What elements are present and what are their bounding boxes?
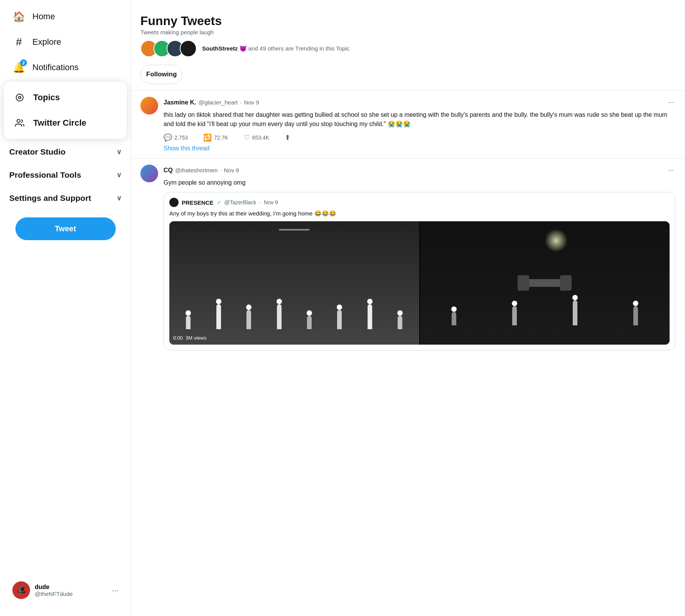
tweet-1-retweets: 72.7K	[214, 135, 228, 141]
retweet-icon: 🔁	[203, 133, 212, 142]
tweet-2-more[interactable]: ···	[666, 165, 675, 176]
tweet-2-name: CQ	[164, 167, 173, 174]
main-content: Funny Tweets Tweets making people laugh …	[131, 0, 685, 616]
quoted-tweet[interactable]: PRESENCE ✓ @TazerBlack · Nov 9 Any of my…	[164, 192, 675, 350]
heart-icon: ♡	[244, 133, 250, 142]
tweet-1-like[interactable]: ♡ 653.4K	[244, 133, 269, 142]
show-thread-link[interactable]: Show this thread	[164, 145, 209, 152]
following-button[interactable]: Following	[140, 65, 182, 84]
sidebar-item-twitter-circle[interactable]: Twitter Circle	[4, 110, 127, 136]
creator-studio-item[interactable]: Creator Studio ∨	[0, 140, 131, 163]
sidebar-item-home-label: Home	[32, 12, 55, 22]
light-effect	[545, 229, 568, 252]
tweet-1-avatar	[140, 97, 158, 114]
quoted-dot: ·	[259, 199, 261, 205]
sidebar-item-explore-label: Explore	[32, 37, 61, 47]
tweet-1-header: Jasmine K. @glacier_heart · Nov 9 ···	[164, 97, 675, 108]
professional-tools-label: Professional Tools	[9, 170, 81, 180]
tweet-1-retweet[interactable]: 🔁 72.7K	[203, 133, 228, 142]
sidebar-item-topics[interactable]: Topics	[4, 85, 127, 110]
tweet-2: CQ @ihateshortmen · Nov 9 ··· Gym people…	[131, 158, 685, 357]
tweet-2-header: CQ @ihateshortmen · Nov 9 ···	[164, 165, 675, 176]
tweet-1-actions: 💬 2,753 🔁 72.7K ♡ 653.4K ⬆	[164, 133, 675, 142]
svg-point-2	[17, 119, 20, 123]
tweet-1-dot: ·	[240, 99, 241, 106]
settings-support-item[interactable]: Settings and Support ∨	[0, 187, 131, 210]
reply-icon: 💬	[164, 133, 172, 142]
tweet-1-text: this lady on tiktok shared that her daug…	[164, 110, 675, 129]
video-right-panel	[420, 221, 670, 345]
tweet-1-date: Nov 9	[244, 99, 259, 106]
video-timestamp: 0:00	[173, 335, 183, 341]
video-left-panel: 0:00 3M views	[169, 221, 420, 345]
tweet-2-handle: @ihateshortmen	[175, 167, 218, 173]
tweet-2-text: Gym people so annoying omg	[164, 178, 675, 187]
twitter-circle-icon	[13, 116, 26, 130]
tweet-1-likes: 653.4K	[252, 135, 269, 141]
sidebar-item-explore[interactable]: # Explore	[3, 30, 128, 54]
quoted-name: PRESENCE	[182, 199, 214, 206]
twitter-circle-label: Twitter Circle	[33, 118, 86, 128]
professional-tools-chevron: ∨	[116, 171, 121, 179]
more-icon: ···	[112, 586, 118, 595]
video-views: 3M views	[186, 335, 206, 341]
user-profile[interactable]: 🎩 dude @theNFTdude ···	[3, 576, 128, 604]
tweet-2-dot: ·	[220, 167, 221, 173]
explore-icon: #	[12, 35, 25, 49]
svg-point-0	[16, 94, 23, 101]
trending-users: SouthStreetz 😈 and 49 others are Trendin…	[131, 35, 685, 62]
user-handle: @theNFTdude	[35, 591, 112, 597]
svg-point-1	[19, 96, 21, 99]
user-name: dude	[35, 584, 112, 591]
tweet-1-share[interactable]: ⬆	[285, 133, 290, 142]
tweet-1-replies: 2,753	[174, 135, 188, 141]
topics-label: Topics	[33, 93, 60, 103]
topic-subtitle: Tweets making people laugh	[140, 29, 675, 35]
tweet-1: Jasmine K. @glacier_heart · Nov 9 ··· th…	[131, 90, 685, 158]
quoted-text: Any of my boys try this at their wedding…	[169, 209, 670, 217]
tweet-1-reply[interactable]: 💬 2,753	[164, 133, 188, 142]
topic-header: Funny Tweets Tweets making people laugh	[131, 8, 685, 35]
tweet-1-name: Jasmine K.	[164, 99, 196, 106]
topic-title: Funny Tweets	[140, 14, 675, 28]
creator-studio-label: Creator Studio	[9, 147, 66, 157]
avatar: 🎩	[12, 581, 30, 599]
settings-support-chevron: ∨	[116, 194, 121, 202]
home-icon: 🏠	[12, 10, 25, 23]
professional-tools-item[interactable]: Professional Tools ∨	[0, 163, 131, 187]
settings-support-label: Settings and Support	[9, 194, 91, 203]
dropdown-menu: Topics Twitter Circle	[4, 82, 127, 139]
trending-avatar-4	[180, 40, 197, 57]
quoted-date: Nov 9	[264, 199, 278, 205]
quoted-handle: @TazerBlack	[224, 199, 256, 205]
tweet-1-more[interactable]: ···	[666, 97, 675, 108]
topics-icon	[13, 91, 26, 104]
tweet-button[interactable]: Tweet	[15, 217, 116, 240]
tweet-2-date: Nov 9	[224, 167, 239, 173]
creator-studio-chevron: ∨	[116, 148, 121, 156]
sidebar-item-notifications[interactable]: 🔔 2 Notifications	[3, 56, 128, 79]
tweet-1-handle: @glacier_heart	[198, 99, 238, 106]
sidebar: 🏠 Home # Explore 🔔 2 Notifications Topic…	[0, 0, 131, 616]
quoted-avatar	[169, 198, 179, 207]
notification-badge: 2	[20, 59, 27, 66]
video-container[interactable]: 0:00 3M views	[169, 221, 670, 345]
sidebar-item-home[interactable]: 🏠 Home	[3, 5, 128, 29]
trending-text: SouthStreetz 😈 and 49 others are Trendin…	[202, 45, 349, 52]
bell-icon: 🔔 2	[12, 61, 25, 74]
tweet-2-avatar	[140, 165, 158, 182]
sidebar-item-notifications-label: Notifications	[32, 62, 79, 72]
barbell-shape	[521, 279, 568, 287]
share-icon: ⬆	[285, 133, 290, 142]
verified-icon: ✓	[217, 199, 221, 205]
